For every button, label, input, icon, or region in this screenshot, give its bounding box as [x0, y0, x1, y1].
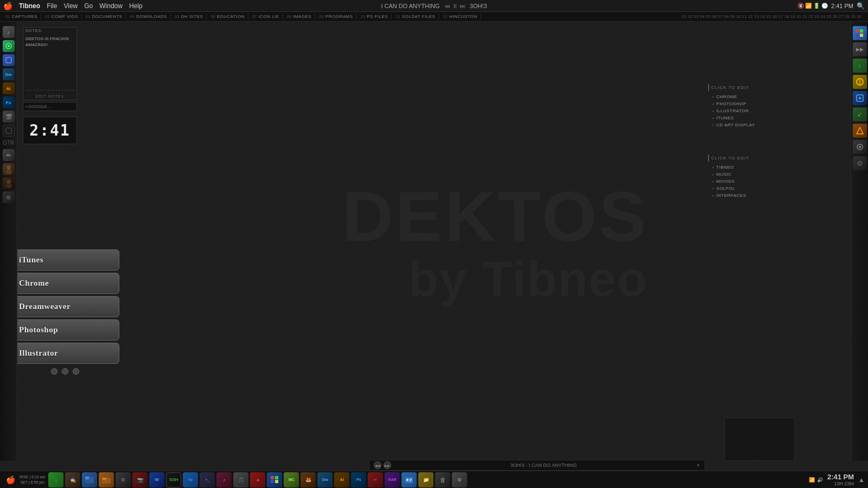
dock-blue-icon[interactable]	[3, 54, 15, 66]
rp1-cdart[interactable]: CD ART DISPLAY	[708, 121, 795, 129]
app-menu-chrome[interactable]: Chrome	[11, 273, 119, 294]
rp1-chrome[interactable]: CHROME	[708, 93, 795, 100]
taskbar-app-windows[interactable]	[267, 472, 282, 487]
right-panel-folders: CLICK TO EDIT TIBNEO MUSIC MOVIES SOLFOL…	[708, 155, 795, 199]
svg-rect-3	[6, 128, 11, 133]
music-arrow-icon[interactable]: ▼	[696, 463, 700, 468]
taskbar-app-installer[interactable]: ↓	[48, 472, 63, 487]
music-btn-left[interactable]: ◀◀	[374, 461, 381, 469]
bookmark-soldatfiles[interactable]: 11 SOLDAT FILES	[392, 14, 439, 20]
taskbar-app-red[interactable]: ✂	[368, 472, 383, 487]
dock-dw-icon[interactable]: Dw	[3, 68, 15, 80]
taskbar-app-ai[interactable]: Ai	[334, 472, 349, 487]
menu-dot-1[interactable]	[51, 368, 58, 375]
taskbar-app-ps[interactable]: Ps	[351, 472, 366, 487]
dock-music-icon[interactable]: ♪	[3, 26, 15, 38]
menu-dot-3[interactable]	[73, 368, 79, 375]
menu-go[interactable]: Go	[84, 2, 93, 10]
rp1-illustrator[interactable]: ILLUSTRATOR	[708, 107, 795, 114]
rp2-tibneo[interactable]: TIBNEO	[708, 164, 795, 171]
apple-menu-icon[interactable]: 🍎	[3, 2, 12, 10]
taskbar-app-folder2[interactable]: 📁	[418, 472, 433, 487]
taskbar-app-wizard[interactable]: 🧙	[65, 472, 80, 487]
dock-pen-icon[interactable]: ✏	[3, 149, 15, 161]
taskbar-app-firefox[interactable]: 🦊	[301, 472, 316, 487]
taskbar-app-trash[interactable]: 🗑	[435, 472, 450, 487]
rdi-windows-icon[interactable]	[853, 26, 867, 40]
rdi-arrow-icon[interactable]: ▶▶	[853, 42, 867, 56]
menu-help[interactable]: Help	[129, 2, 143, 10]
taskbar-app-settings[interactable]: ⚙	[116, 472, 131, 487]
bookmark-images[interactable]: 08 IMAGES	[284, 14, 316, 20]
google-search-input[interactable]	[23, 102, 77, 111]
taskbar-app-finder2[interactable]	[401, 472, 417, 487]
rp2-interfaces[interactable]: INTERFACES	[708, 192, 795, 199]
taskbar-app-folder[interactable]	[99, 472, 114, 487]
menu-dot-2[interactable]	[62, 368, 68, 375]
bookmark-programs[interactable]: 09 PROGRAMS	[316, 14, 356, 20]
taskbar-app-rar[interactable]: RAR	[385, 472, 400, 487]
dock-settings-icon[interactable]: ⚙	[3, 191, 15, 203]
bookmark-education[interactable]: 06 EDUCATION	[207, 14, 248, 20]
rp2-solfol[interactable]: SOLFOL	[708, 185, 795, 192]
svg-point-1	[8, 45, 10, 47]
app-menu-illustrator[interactable]: Illustrator	[11, 343, 119, 364]
app-menu-dreamweaver[interactable]: Dreamweaver	[11, 296, 119, 317]
rdi-blue-icon[interactable]	[853, 91, 867, 105]
rdi-download-icon[interactable]: ↓	[853, 59, 867, 73]
rp1-itunes[interactable]: ITUNES	[708, 114, 795, 121]
dock-film-icon[interactable]: 🎬	[3, 111, 15, 123]
rdi-gray2-icon[interactable]	[853, 140, 867, 154]
rp2-music[interactable]: MUSIC	[708, 171, 795, 178]
dock-avatar2-icon[interactable]	[3, 177, 15, 189]
dock-ai-icon[interactable]: Ai	[3, 82, 15, 94]
rdi-yellow-icon[interactable]	[853, 75, 867, 89]
taskbar-clock: 2:41 PM	[827, 473, 854, 481]
bookmark-downloads[interactable]: 04 DOWNLOADS	[126, 14, 170, 20]
rdi-settings-icon[interactable]: ⚙	[853, 156, 867, 170]
app-menu-itunes[interactable]: iTunes	[11, 249, 119, 271]
rp2-movies[interactable]: MOVIES	[708, 178, 795, 185]
rdi-orange-icon[interactable]	[853, 124, 867, 138]
svg-rect-16	[85, 477, 89, 479]
search-icon[interactable]: 🔍	[857, 2, 865, 10]
bookmark-dhsites[interactable]: 05 DH SITES	[171, 14, 207, 20]
taskbar-app-ssh[interactable]: SSH	[166, 472, 181, 487]
taskbar-app-finder[interactable]	[82, 472, 97, 487]
menu-file[interactable]: File	[47, 2, 57, 10]
taskbar-app-itunes[interactable]: ♪	[216, 472, 232, 487]
bookmark-iconlie[interactable]: 07 ICON LIE	[249, 14, 283, 20]
dock-dark-icon[interactable]	[3, 125, 15, 137]
bookmark-captures[interactable]: 01 CAPTURES	[2, 14, 41, 20]
sunset-label: SET | 8:59 pm	[20, 480, 44, 485]
rp1-photoshop[interactable]: PHOTOSHOP	[708, 100, 795, 107]
dock-ps-icon[interactable]: Ps	[3, 97, 15, 108]
taskbar-app-ipod[interactable]: 🎵	[233, 472, 248, 487]
svg-point-5	[5, 170, 12, 174]
taskbar-app-solitaire[interactable]: ♠	[250, 472, 265, 487]
taskbar-app-terminal[interactable]: >_	[200, 472, 215, 487]
music-btn-right[interactable]: ▶▶	[384, 461, 391, 469]
bookmark-psfiles[interactable]: 10 PS FILES	[357, 14, 392, 20]
taskbar-up-arrow[interactable]: ▲	[858, 476, 865, 484]
taskbar-app-prefs[interactable]: ⚙	[452, 472, 467, 487]
bookmark-hincuston[interactable]: 12 HINCUSTON	[439, 14, 481, 20]
taskbar-app-dw[interactable]: Dw	[317, 472, 333, 487]
bookmark-documents[interactable]: 03 DOCUMENTS	[82, 14, 126, 20]
menu-window[interactable]: Window	[99, 2, 123, 10]
taskbar-app-word[interactable]: W	[149, 472, 164, 487]
taskbar-apple-icon[interactable]: 🍎	[3, 473, 17, 487]
app-menu-photoshop[interactable]: Photoshop	[11, 319, 119, 341]
rdi-green2-icon[interactable]: ↙	[853, 107, 867, 121]
menu-view[interactable]: View	[63, 2, 78, 10]
right-panel-1-header[interactable]: CLICK TO EDIT	[708, 84, 795, 91]
right-panel-2-header[interactable]: CLICK TO EDIT	[708, 155, 795, 162]
bookmark-compvids[interactable]: 02 COMP VIDS	[42, 14, 82, 20]
taskbar-app-photobooth[interactable]: 📷	[132, 472, 148, 487]
notes-edit-button[interactable]: EDIT NOTES	[23, 93, 76, 100]
taskbar-app-twitter[interactable]: tw	[183, 472, 198, 487]
dock-green-icon[interactable]	[3, 40, 15, 52]
dock-avatar-icon[interactable]	[3, 163, 15, 175]
taskbar-app-minecraft[interactable]: MC	[284, 472, 299, 487]
app-name[interactable]: Tibneo	[19, 2, 40, 10]
